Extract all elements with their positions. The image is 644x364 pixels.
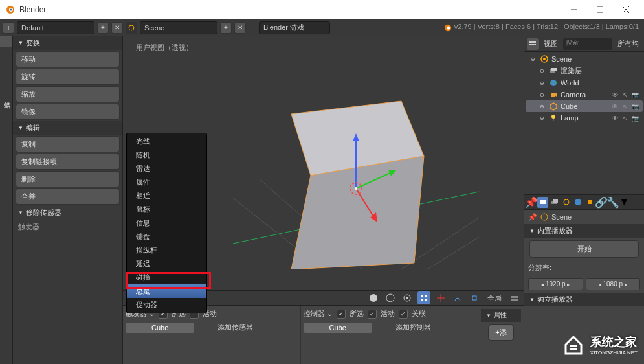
pin-scene-icon[interactable]: 📌 — [528, 213, 537, 222]
remove-layout-button[interactable]: ✕ — [111, 22, 123, 34]
tree-item-world[interactable]: ⊕World — [526, 77, 643, 89]
constraint-tab-icon[interactable]: 🔗 — [595, 197, 606, 208]
delete-button[interactable]: 删除 — [16, 171, 120, 187]
duplicate-linked-button[interactable]: 复制链接项 — [16, 154, 120, 170]
shading-solid-icon[interactable] — [367, 291, 380, 304]
data-tab-icon[interactable]: ▼ — [619, 197, 630, 208]
popup-item-3[interactable]: 属性 — [127, 176, 206, 189]
controller-active-checkbox[interactable]: ✓ — [368, 310, 377, 319]
tree-item-cube[interactable]: ⊕Cube👁↖📷 — [526, 100, 643, 112]
outliner-view-menu[interactable]: 视图 — [541, 39, 561, 49]
eye-icon[interactable]: 👁 — [610, 90, 619, 99]
popup-item-5[interactable]: 鼠标 — [127, 203, 206, 216]
controller-linked-checkbox[interactable]: ✓ — [399, 310, 408, 319]
popup-item-4[interactable]: 相近 — [127, 189, 206, 203]
start-game-button[interactable]: 开始 — [529, 240, 639, 258]
popup-item-7[interactable]: 键盘 — [127, 230, 206, 244]
eye-icon[interactable]: 👁 — [610, 113, 619, 122]
controller-type-dropdown[interactable]: 控制器 ⌄ — [304, 309, 333, 319]
minimize-button[interactable] — [561, 0, 587, 19]
remove-sensor-header[interactable]: 移除传感器 — [13, 206, 122, 220]
resolution-width[interactable]: ◂ 1920 p ▸ — [528, 278, 583, 290]
modifier-tab-icon[interactable]: 🔧 — [607, 197, 618, 208]
add-property-button[interactable]: +添 — [488, 324, 513, 341]
layout-selector[interactable]: Default — [17, 21, 94, 34]
tab-animation[interactable]: 动画 — [0, 69, 12, 80]
render-tab-icon[interactable] — [537, 197, 548, 208]
cursor-icon[interactable]: ↖ — [621, 102, 630, 111]
pin-icon[interactable]: 📌 — [526, 197, 537, 208]
render-engine-selector[interactable]: Blender 游戏 — [259, 21, 330, 34]
layers-button[interactable] — [508, 291, 521, 304]
cursor-icon[interactable]: ↖ — [621, 90, 630, 99]
tree-item-camera[interactable]: ⊕Camera👁↖📷 — [526, 89, 643, 100]
cube-render — [233, 62, 479, 269]
camera-render-icon[interactable]: 📷 — [631, 102, 640, 111]
controller-selected-checkbox[interactable]: ✓ — [337, 310, 346, 319]
eye-icon[interactable]: 👁 — [610, 102, 619, 111]
manip-scale-icon[interactable] — [468, 291, 481, 304]
svg-rect-48 — [540, 200, 546, 204]
controller-owner[interactable]: Cube — [304, 323, 372, 333]
scale-button[interactable]: 缩放 — [16, 86, 120, 102]
join-button[interactable]: 合并 — [16, 188, 120, 205]
outliner-search[interactable]: 搜索 — [563, 38, 612, 50]
popup-item-1[interactable]: 随机 — [127, 148, 206, 162]
world-tab-icon[interactable] — [572, 197, 583, 208]
orientation-selector[interactable]: 全局 — [485, 293, 504, 303]
pivot-icon[interactable] — [401, 291, 414, 304]
popup-item-8[interactable]: 操纵杆 — [127, 244, 206, 257]
object-tab-icon[interactable] — [584, 197, 595, 208]
outliner-editor-icon[interactable] — [527, 38, 539, 50]
trigger-label: 触发器 — [13, 220, 122, 234]
scene-tab-icon[interactable] — [561, 197, 572, 208]
add-controller-button[interactable]: 添加控制器 — [376, 321, 450, 334]
props-mini-header[interactable]: 属性 — [481, 309, 521, 322]
snap-icon[interactable] — [417, 291, 430, 304]
scene-selector[interactable]: Scene — [140, 21, 217, 34]
popup-item-11[interactable]: 总是 — [127, 284, 206, 298]
transform-panel-header[interactable]: 变换 — [13, 36, 122, 50]
standalone-player-header[interactable]: 独立播放器 — [524, 293, 644, 306]
popup-item-6[interactable]: 信息 — [127, 216, 206, 230]
svg-rect-32 — [421, 295, 423, 297]
tree-item-scene[interactable]: ⊖Scene — [526, 53, 643, 65]
manip-translate-icon[interactable] — [434, 291, 447, 304]
cursor-icon[interactable]: ↖ — [621, 113, 630, 122]
mirror-button[interactable]: 镜像 — [16, 104, 120, 120]
rotate-button[interactable]: 旋转 — [16, 69, 120, 85]
close-button[interactable] — [613, 0, 639, 19]
resolution-height[interactable]: ◂ 1080 p ▸ — [586, 278, 641, 290]
popup-item-0[interactable]: 光线 — [127, 135, 206, 148]
shading-menu-icon[interactable] — [384, 291, 397, 304]
tab-create[interactable]: 创建 — [0, 47, 12, 58]
add-scene-button[interactable]: + — [220, 22, 232, 34]
popup-item-9[interactable]: 延迟 — [127, 257, 206, 271]
tree-item-lamp[interactable]: ⊕Lamp👁↖📷 — [526, 112, 643, 124]
scene-icon[interactable] — [126, 22, 137, 34]
tab-tools[interactable]: 工具 — [0, 36, 12, 47]
tab-physics[interactable]: 物理 — [0, 80, 12, 91]
popup-item-12[interactable]: 促动器 — [127, 298, 206, 312]
camera-render-icon[interactable]: 📷 — [631, 113, 640, 122]
svg-point-54 — [541, 214, 548, 220]
tab-grease[interactable]: 蜡笔 — [0, 91, 12, 102]
popup-item-2[interactable]: 雷达 — [127, 162, 206, 176]
embedded-player-header[interactable]: 内置播放器 — [524, 224, 644, 238]
maximize-button[interactable] — [587, 0, 613, 19]
camera-render-icon[interactable]: 📷 — [631, 90, 640, 99]
popup-item-10[interactable]: 碰撞 — [127, 271, 206, 284]
duplicate-button[interactable]: 复制 — [16, 136, 120, 152]
add-layout-button[interactable]: + — [97, 22, 109, 34]
add-sensor-button[interactable]: 添加传感器 — [198, 321, 272, 334]
move-button[interactable]: 移动 — [16, 51, 120, 67]
manip-rotate-icon[interactable] — [451, 291, 464, 304]
tree-item-渲染层[interactable]: ⊕渲染层 — [526, 65, 643, 77]
remove-scene-button[interactable]: ✕ — [234, 22, 246, 34]
tab-relations[interactable]: 关系 — [0, 58, 12, 69]
outliner-filter[interactable]: 所有均 — [615, 39, 641, 49]
editor-type-icon[interactable]: i — [3, 22, 14, 34]
render-layers-tab-icon[interactable] — [549, 197, 560, 208]
edit-panel-header[interactable]: 编辑 — [13, 121, 122, 135]
sensor-owner[interactable]: Cube — [126, 323, 194, 333]
